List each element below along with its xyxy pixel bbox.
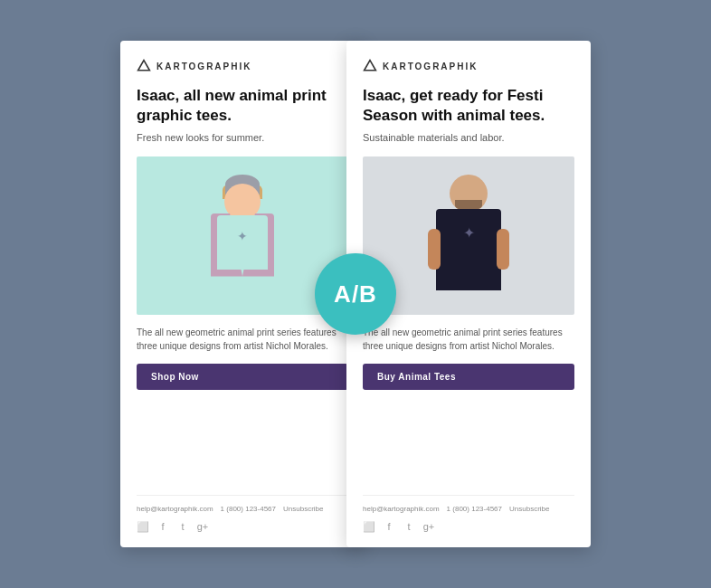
arm-left-b — [428, 229, 441, 270]
email-title-b: Isaac, get ready for Festi Season with a… — [363, 86, 574, 126]
footer-link-email-b[interactable]: help@kartographik.com — [363, 505, 440, 513]
email-subtitle-b: Sustainable materials and labor. — [363, 131, 574, 145]
email-subtitle-a: Fresh new looks for summer. — [137, 131, 348, 145]
ab-badge: A/B — [315, 253, 396, 335]
email-body-b: The all new geometric animal print serie… — [363, 326, 574, 353]
brand-name-b: KARTOGRAPHIK — [383, 62, 478, 71]
twitter-icon-b[interactable]: t — [403, 520, 415, 533]
ab-badge-label: A/B — [334, 280, 377, 308]
footer-links-b: help@kartographik.com 1 (800) 123-4567 U… — [363, 505, 574, 513]
footer-link-phone-b: 1 (800) 123-4567 — [447, 505, 502, 513]
figure-print-a: ✦ — [233, 229, 251, 247]
twitter-icon-a[interactable]: t — [176, 520, 189, 533]
brand-name-a: KARTOGRAPHIK — [156, 62, 251, 71]
footer-link-phone-a: 1 (800) 123-4567 — [221, 505, 276, 513]
figure-body-a: ✦ — [206, 179, 279, 315]
facebook-icon-a[interactable]: f — [156, 520, 169, 533]
cta-button-b[interactable]: Buy Animal Tees — [363, 364, 574, 390]
instagram-icon-a[interactable]: ⬜ — [137, 520, 149, 533]
email-body-a: The all new geometric animal print serie… — [137, 326, 348, 353]
figure-body-b: ✦ — [428, 175, 509, 315]
arm-right-b — [497, 229, 509, 270]
facebook-icon-b[interactable]: f — [383, 520, 395, 533]
footer-links-a: help@kartographik.com 1 (800) 123-4567 U… — [137, 505, 348, 513]
main-container: KARTOGRAPHIK Isaac, all new animal print… — [102, 23, 609, 565]
svg-marker-0 — [138, 61, 150, 71]
social-icons-a: ⬜ f t g+ — [137, 520, 348, 533]
footer-link-email-a[interactable]: help@kartographik.com — [137, 505, 213, 513]
brand-header-b: KARTOGRAPHIK — [363, 59, 574, 73]
email-footer-a: help@kartographik.com 1 (800) 123-4567 U… — [137, 495, 348, 533]
brand-logo-icon-a — [137, 59, 151, 73]
footer-link-unsub-b[interactable]: Unsubscribe — [509, 505, 549, 513]
figure-print-b: ✦ — [458, 224, 479, 246]
email-title-a: Isaac, all new animal print graphic tees… — [137, 86, 348, 126]
googleplus-icon-a[interactable]: g+ — [196, 520, 209, 533]
svg-marker-1 — [365, 61, 376, 71]
brand-header-a: KARTOGRAPHIK — [137, 59, 348, 73]
instagram-icon-b[interactable]: ⬜ — [363, 520, 375, 533]
googleplus-icon-b[interactable]: g+ — [422, 520, 435, 533]
brand-logo-icon-b — [363, 59, 377, 73]
footer-link-unsub-a[interactable]: Unsubscribe — [283, 505, 323, 513]
email-footer-b: help@kartographik.com 1 (800) 123-4567 U… — [363, 495, 574, 533]
cta-button-a[interactable]: Shop Now — [137, 364, 348, 390]
social-icons-b: ⬜ f t g+ — [363, 520, 574, 533]
